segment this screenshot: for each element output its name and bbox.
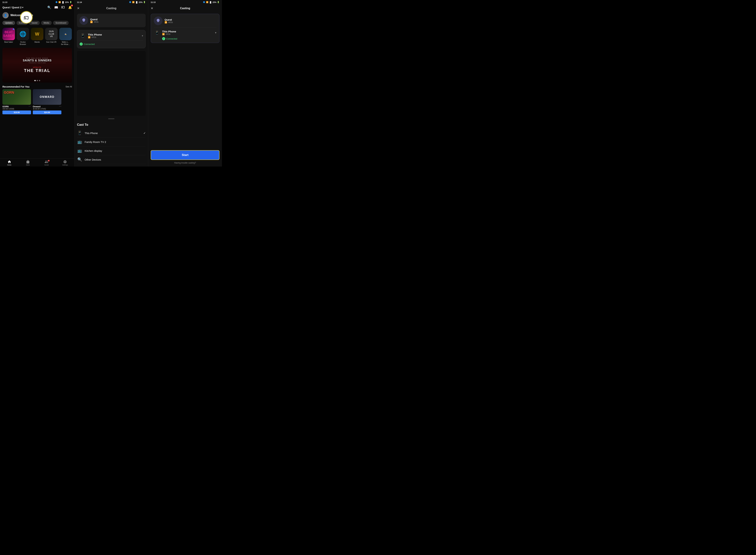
app-item-waltz[interactable]: 🧙 Waltz o…the Wizar… xyxy=(59,28,72,45)
app-item-gun-club[interactable]: GUNCLUBVR Gun Club VR xyxy=(45,28,57,45)
quest-network-2: 📶 -MGb xyxy=(90,21,143,23)
bottom-nav: Home Store 1 Social Settings xyxy=(0,158,74,167)
hero-dots xyxy=(34,80,40,81)
nav-home[interactable]: Home xyxy=(0,160,18,166)
recommended-title: Recommended For You xyxy=(2,85,30,88)
hero-banner[interactable]: THE WALKING DEAD SAINTS & SINNERS TOURIS… xyxy=(2,48,72,83)
hero-main-text: THE TRIAL xyxy=(23,68,51,73)
cast-label-kitchen: Kitchen display xyxy=(85,149,146,152)
p3-phone-icon: 📱 xyxy=(154,30,160,36)
wifi-icon-3: 📶 xyxy=(206,1,209,3)
app-label-waltz: Waltz o…the Wizar… xyxy=(61,41,70,45)
search-icon[interactable]: 🔍 xyxy=(47,6,51,9)
notification-badge: 9 xyxy=(71,4,73,6)
hero-dot-1[interactable] xyxy=(34,80,36,81)
check-icon-2: ✓ xyxy=(80,42,83,46)
cast-label-other: Other Devices xyxy=(85,158,146,161)
battery-2: 23% xyxy=(139,1,142,3)
game-menu-onward[interactable]: ⋯ xyxy=(59,105,61,108)
app-label-wands: Wands xyxy=(35,41,40,43)
notifications-icon[interactable]: 🔔 9 xyxy=(68,6,72,9)
profile-section: 👤 Welcome, Adam xyxy=(0,11,74,19)
phone-icon-2: 📱 xyxy=(80,33,86,39)
phone-cast-icon: 📱 xyxy=(77,131,82,135)
wifi-icon-2: 📶 xyxy=(132,1,135,3)
cast-option-kitchen[interactable]: 📺 Kitchen display xyxy=(77,146,146,155)
app-item-wands[interactable]: W Wands xyxy=(31,28,43,45)
app-dot xyxy=(13,29,14,30)
game-rating-onward: ★★★★½ (7141) xyxy=(33,108,61,110)
nav-social[interactable]: 1 Social xyxy=(37,160,56,166)
avatar[interactable]: 👤 xyxy=(2,12,9,18)
library-icon[interactable]: 📖 xyxy=(54,6,58,9)
cast-icon[interactable] xyxy=(61,5,65,10)
game-menu-gorn[interactable]: ⋯ xyxy=(29,105,31,108)
game-thumb-gorn: GORN xyxy=(2,89,31,105)
cast-option-phone[interactable]: 📱 This Phone ✓ xyxy=(77,129,146,137)
hero-dot-2[interactable] xyxy=(37,80,38,81)
nav-icons: 🔍 📖 🔔 9 xyxy=(47,5,72,10)
p3-quest-network: 📶 -MGb xyxy=(165,21,216,24)
kitchen-cast-icon: 📺 xyxy=(77,148,82,153)
phone-name-2: This Phone xyxy=(88,33,140,36)
signal-icon-2: ▐▌ xyxy=(135,1,138,3)
app-icon-wands: W xyxy=(31,28,43,40)
hero-dot-3[interactable] xyxy=(39,80,40,81)
wifi-small-icon: 📶 xyxy=(90,21,93,23)
time-2: 11:14 xyxy=(77,1,82,3)
wifi-icon: 📶 xyxy=(58,1,61,3)
chevron-phone-2[interactable]: ▾ xyxy=(142,34,143,37)
see-all-button[interactable]: See All xyxy=(65,86,72,88)
filter-tab-updates[interactable]: Updates xyxy=(2,21,15,25)
cast-option-tv[interactable]: 📺 Family Room TV 2 xyxy=(77,137,146,146)
game-card-onward[interactable]: ONWARD Onward ⋯ ★★★★½ (7141) $24.99 xyxy=(33,89,61,114)
wifi-p3-icon: 📶 xyxy=(165,21,167,24)
panel-home: 11:13 🔷 📶 ▐▌ 23% 🔋 Quest / Quest 2 ▾ 🔍 📖… xyxy=(0,0,75,167)
cast-to-section: Cast To 📱 This Phone ✓ 📺 Family Room TV … xyxy=(75,121,148,167)
app-item-oculus-browser[interactable]: 🌐 OculusBrowser xyxy=(17,28,29,45)
top-nav: Quest / Quest 2 ▾ 🔍 📖 🔔 9 xyxy=(0,4,74,11)
trouble-link[interactable]: Having trouble casting? xyxy=(151,162,220,164)
drag-handle-2[interactable] xyxy=(75,117,148,121)
filter-tab-saved[interactable]: Saved xyxy=(29,21,40,25)
app-item-beat-saber[interactable]: BEATSABER Beat Saber xyxy=(2,28,15,45)
bluetooth-icon: 🔷 xyxy=(55,1,58,3)
start-button[interactable]: Start xyxy=(151,150,220,160)
p3-phone-network: 📶 -MGb xyxy=(162,33,176,35)
app-icon-waltz: 🧙 xyxy=(59,28,72,40)
close-button-3[interactable]: ✕ xyxy=(151,6,153,10)
game-name-gorn: GORN xyxy=(2,105,9,108)
game-thumb-onward: ONWARD xyxy=(33,89,61,105)
nav-settings[interactable]: Settings xyxy=(56,160,74,166)
search-cast-icon: 🔍 xyxy=(77,157,82,162)
nav-store[interactable]: Store xyxy=(18,160,37,166)
battery-3: 23% xyxy=(213,1,216,3)
quest-icon-2 xyxy=(79,16,88,25)
drag-bar-2 xyxy=(108,119,115,119)
signal-icon: ▐▌ xyxy=(61,1,64,3)
game-card-gorn[interactable]: GORN GORN ⋯ ★★★★ (1516) $19.99 xyxy=(2,89,31,114)
phone-card-2: 📱 This Phone 📶 -MGb ▾ ✓ Connected xyxy=(77,30,146,48)
filter-tab-scoreboard[interactable]: Scoreboard xyxy=(53,21,69,25)
game-price-onward[interactable]: $24.99 xyxy=(33,111,61,114)
casting-header-2: ✕ Casting xyxy=(75,4,148,12)
close-button-2[interactable]: ✕ xyxy=(77,6,80,10)
wifi-phone-icon: 📶 xyxy=(88,36,91,39)
game-price-gorn[interactable]: $19.99 xyxy=(2,111,31,114)
tv-cast-icon: 📺 xyxy=(77,140,82,144)
p3-footer: Start Having trouble casting? xyxy=(148,148,222,167)
filter-tabs: Updates Events Saved Media Scoreboard xyxy=(0,19,74,26)
panel-casting-3: 11:13 🔷 📶 ▐▌ 23% 🔋 ✕ Casting Quest 📶 -MG… xyxy=(148,0,222,167)
p3-expand-icon[interactable]: ▾ xyxy=(215,31,216,34)
cast-option-other[interactable]: 🔍 Other Devices xyxy=(77,155,146,164)
app-label-beat-saber: Beat Saber xyxy=(4,41,13,43)
app-icon-beat-saber: BEATSABER xyxy=(2,28,15,40)
device-selector[interactable]: Quest / Quest 2 ▾ xyxy=(2,6,23,9)
filter-tab-media[interactable]: Media xyxy=(41,21,52,25)
bluetooth-icon-3: 🔷 xyxy=(203,1,205,3)
p3-device-card: Quest 📶 -MGb 📱 This Phone 📶 -MGb ▾ ✓ Co xyxy=(151,14,220,43)
cast-label-phone: This Phone xyxy=(85,132,141,135)
hero-update: UPDATE xyxy=(23,67,51,68)
p3-phone-name: This Phone xyxy=(162,30,176,33)
app-label-oculus: OculusBrowser xyxy=(20,41,26,45)
